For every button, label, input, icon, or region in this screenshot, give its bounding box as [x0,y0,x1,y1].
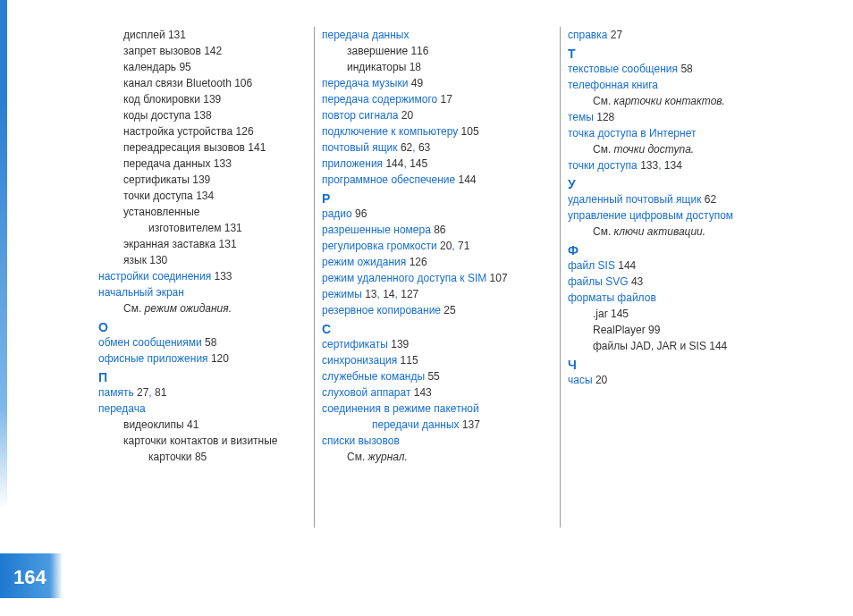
index-link[interactable]: режим удаленного доступа к SIM [322,272,486,284]
index-link[interactable]: , [452,240,458,252]
index-text: 120 [208,352,229,365]
index-link[interactable]: Ч [568,358,577,372]
index-entry: передача содержимого 17 [322,91,568,107]
index-link[interactable]: форматы файлов [568,291,656,304]
index-link[interactable]: приложения [322,157,383,170]
index-link[interactable]: У [568,177,576,191]
index-link[interactable]: списки вызовов [322,435,400,447]
index-entry: сертификаты 139 [98,172,322,188]
index-link[interactable]: удаленный почтовый ящик [568,193,701,206]
index-entry: соединения в режиме пакетной [322,401,568,417]
index-entry: передача данных [322,27,568,43]
index-entry: повтор сигнала 20 [322,107,568,123]
index-link[interactable]: передача содержимого [322,93,437,105]
index-text: 58 [678,63,693,75]
index-link[interactable]: обмен сообщениями [98,336,202,349]
index-link[interactable]: П [98,370,107,384]
index-text: 137 [460,418,480,431]
index-link[interactable]: управление цифровым доступом [568,209,733,222]
index-link[interactable]: Ф [568,243,579,257]
index-text: 71 [458,240,469,252]
index-text: 41 [184,418,199,431]
index-text: 138 [190,109,211,122]
index-text: завершение [347,45,408,57]
index-entry: видеоклипы 41 [98,417,322,433]
index-entry: разрешенные номера 86 [322,222,568,238]
index-link[interactable]: повтор сигнала [322,109,398,122]
index-link[interactable]: начальный экран [98,286,184,299]
index-entry: точки доступа 133, 134 [568,157,791,173]
index-link[interactable]: Р [322,191,330,206]
index-link[interactable]: радио [322,207,352,220]
index-text: видеоклипы [123,418,184,431]
index-text: 126 [232,125,253,138]
index-link[interactable]: регулировка громкости [322,240,437,252]
index-entry: О [98,320,322,334]
index-link[interactable]: текстовые сообщения [568,63,678,75]
index-text: 144 [455,173,476,186]
index-text: ключи активации. [614,225,706,238]
index-text: 86 [431,224,446,236]
index-entry: слуховой аппарат 143 [322,384,568,401]
index-link[interactable]: программное обеспечение [322,173,455,186]
index-entry: точки доступа 134 [98,188,322,204]
index-link[interactable]: точки доступа [568,159,638,172]
index-link[interactable]: Т [568,46,576,61]
index-link[interactable]: передача музыки [322,77,408,89]
index-link[interactable]: справка [568,29,607,41]
index-entry: форматы файлов [568,290,791,306]
index-link[interactable]: телефонная книга [568,79,658,91]
index-entry: передачи данных 137 [322,417,568,433]
column-1: дисплей 131запрет вызовов 142календарь 9… [98,27,322,465]
index-text: 81 [155,386,166,399]
index-entry: См. точки доступа. [568,141,791,157]
index-link[interactable]: режим ожидания [322,256,406,268]
index-link[interactable]: служебные команды [322,370,425,383]
index-link[interactable]: подключение к компьютеру [322,125,458,138]
index-text: 131 [215,238,236,250]
index-entry: часы 20 [568,372,791,388]
index-text: 139 [388,338,409,350]
index-link[interactable]: С [322,322,331,336]
index-text: 95 [176,61,191,73]
index-link[interactable]: О [98,320,108,334]
index-text: карточки [148,451,192,463]
index-text: 105 [458,125,478,138]
index-link[interactable]: режимы [322,288,362,300]
index-text: 55 [425,370,440,383]
index-link[interactable]: темы [568,111,594,123]
index-text: 133 [211,270,232,283]
index-link[interactable]: соединения в режиме пакетной [322,402,479,415]
index-link[interactable]: синхронизация [322,354,397,367]
index-link[interactable]: часы [568,374,593,386]
index-link[interactable]: точка доступа в Интернет [568,127,696,139]
index-link[interactable]: настройки соединения [98,270,211,283]
index-entry: коды доступа 138 [98,107,322,123]
index-text: См. [593,95,614,107]
index-link[interactable]: офисные приложения [98,352,208,365]
index-text: 62 [398,141,413,154]
index-entry: регулировка громкости 20, 71 [322,238,568,254]
index-link[interactable]: передачи данных [372,418,460,431]
index-text: 20 [437,240,452,252]
index-link[interactable]: файл SIS [568,259,615,272]
index-entry: календарь 95 [98,59,322,75]
index-link[interactable]: память [98,386,134,399]
index-link[interactable]: слуховой аппарат [322,386,410,399]
index-entry: экранная заставка 131 [98,236,322,252]
index-link[interactable]: передача данных [322,29,409,41]
index-link[interactable]: передача [98,402,146,415]
index-text: 99 [646,324,661,336]
index-link[interactable]: файлы SVG [568,275,629,288]
index-text: 143 [410,386,431,399]
index-link[interactable]: резервное копирование [322,304,441,316]
index-text: 127 [401,288,418,300]
index-link[interactable]: сертификаты [322,338,388,350]
index-link[interactable]: , [412,141,418,154]
index-text: 25 [441,304,456,316]
index-link[interactable]: , [658,159,664,172]
index-entry: См. карточки контактов. [568,93,791,109]
index-link[interactable]: разрешенные номера [322,224,431,236]
index-link[interactable]: почтовый ящик [322,141,398,154]
index-text: дисплей [123,29,165,41]
